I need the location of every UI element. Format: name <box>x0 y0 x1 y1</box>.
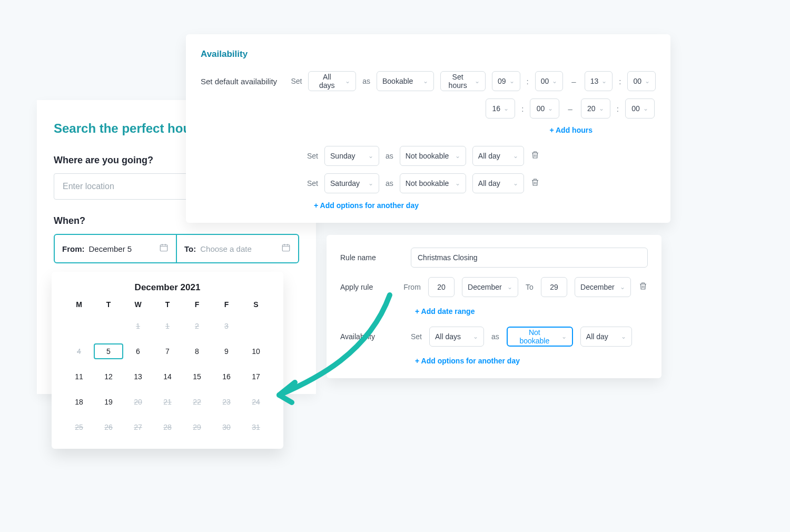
add-day-options-link[interactable]: + Add options for another day <box>415 357 520 365</box>
calendar-day <box>94 318 123 334</box>
calendar-grid: MTWTFFS112345678910111213141516171819202… <box>64 300 271 435</box>
add-day-options-link[interactable]: + Add options for another day <box>314 201 419 210</box>
day-select[interactable]: All days⌄ <box>308 71 356 91</box>
chevron-down-icon: ⌄ <box>475 77 480 85</box>
svg-rect-0 <box>160 245 167 251</box>
trash-icon[interactable] <box>638 281 648 293</box>
calendar-day[interactable]: 17 <box>241 369 271 385</box>
calendar-day[interactable]: 16 <box>212 369 241 385</box>
calendar-day: 2 <box>182 318 212 334</box>
chevron-down-icon: ⌄ <box>368 180 373 187</box>
calendar-day[interactable]: 6 <box>123 343 153 359</box>
min-from-select[interactable]: 00⌄ <box>530 98 559 119</box>
hour-to-select[interactable]: 20⌄ <box>581 98 610 119</box>
calendar-day[interactable]: 9 <box>212 343 241 359</box>
calendar-day[interactable]: 7 <box>153 343 182 359</box>
chevron-down-icon: ⌄ <box>509 77 515 85</box>
hour-to-select[interactable]: 13⌄ <box>585 71 613 91</box>
calendar-day: 22 <box>182 394 212 410</box>
calendar-day: 28 <box>153 419 182 435</box>
calendar-day[interactable]: 11 <box>64 369 94 385</box>
calendar-day: 26 <box>94 419 123 435</box>
mode-select[interactable]: All day⌄ <box>472 173 524 193</box>
mode-select[interactable]: All day⌄ <box>580 327 632 347</box>
calendar-day: 1 <box>123 318 153 334</box>
calendar-day: 1 <box>153 318 182 334</box>
calendar-popover: December 2021 MTWTFFS1123456789101112131… <box>52 272 283 449</box>
calendar-day[interactable]: 10 <box>241 343 271 359</box>
calendar-day: 4 <box>64 343 94 359</box>
availability-card: Availability Set default availability Se… <box>186 34 670 223</box>
chevron-down-icon: ⌄ <box>423 77 428 85</box>
from-month-select[interactable]: December⌄ <box>462 277 518 297</box>
chevron-down-icon: ⌄ <box>473 333 478 340</box>
calendar-day: 21 <box>153 394 182 410</box>
availability-row-sunday: Set Sunday⌄ as Not bookable⌄ All day⌄ <box>201 146 656 166</box>
chevron-down-icon: ⌄ <box>507 283 512 291</box>
calendar-dow: F <box>212 300 241 309</box>
calendar-day[interactable]: 19 <box>94 394 123 410</box>
calendar-day[interactable]: 13 <box>123 369 153 385</box>
min-from-select[interactable]: 00⌄ <box>535 71 564 91</box>
add-hours-link[interactable]: + Add hours <box>549 126 592 134</box>
to-month-select[interactable]: December⌄ <box>575 277 631 297</box>
chevron-down-icon: ⌄ <box>503 105 509 112</box>
calendar-day[interactable]: 18 <box>64 394 94 410</box>
mode-select[interactable]: Set hours⌄ <box>440 71 486 91</box>
day-select[interactable]: Sunday⌄ <box>324 146 379 166</box>
calendar-day[interactable]: 14 <box>153 369 182 385</box>
calendar-dow: T <box>94 300 123 309</box>
calendar-day <box>64 318 94 334</box>
to-date-cell[interactable]: To: Choose a date <box>176 235 298 262</box>
calendar-day: 20 <box>123 394 153 410</box>
calendar-day[interactable]: 8 <box>182 343 212 359</box>
from-date-cell[interactable]: From: December 5 <box>55 235 176 262</box>
chevron-down-icon: ⌄ <box>643 105 648 112</box>
calendar-day: 23 <box>212 394 241 410</box>
from-day-select[interactable]: 20 <box>428 277 455 297</box>
bookable-select[interactable]: Bookable⌄ <box>377 71 434 91</box>
calendar-dow: T <box>153 300 182 309</box>
hour-from-select[interactable]: 16⌄ <box>486 98 515 119</box>
calendar-day[interactable]: 12 <box>94 369 123 385</box>
chevron-down-icon: ⌄ <box>645 77 650 85</box>
to-key: To: <box>184 244 196 253</box>
hour-from-select[interactable]: 09⌄ <box>492 71 520 91</box>
chevron-down-icon: ⌄ <box>620 283 625 291</box>
min-to-select[interactable]: 00⌄ <box>625 98 655 119</box>
to-day-select[interactable]: 29 <box>541 277 567 297</box>
trash-icon[interactable] <box>530 150 540 162</box>
rule-card: Rule name Apply rule From 20 December⌄ T… <box>327 235 661 378</box>
calendar-day <box>241 318 271 334</box>
calendar-day: 29 <box>182 419 212 435</box>
bookable-select[interactable]: Not bookable⌄ <box>400 146 466 166</box>
bookable-select[interactable]: Not bookable⌄ <box>400 173 466 193</box>
rule-name-input[interactable] <box>411 248 648 268</box>
add-date-range-link[interactable]: + Add date range <box>415 307 475 316</box>
calendar-day[interactable]: 5 <box>94 343 123 359</box>
calendar-dow: W <box>123 300 153 309</box>
svg-rect-1 <box>282 245 290 251</box>
day-select[interactable]: Saturday⌄ <box>324 173 379 193</box>
calendar-day: 30 <box>212 419 241 435</box>
calendar-day[interactable]: 15 <box>182 369 212 385</box>
day-select[interactable]: All days⌄ <box>429 327 484 347</box>
calendar-day: 27 <box>123 419 153 435</box>
availability-row-default: Set default availability Set All days⌄ a… <box>201 71 656 91</box>
calendar-day: 3 <box>212 318 241 334</box>
calendar-dow: S <box>241 300 271 309</box>
bookable-select[interactable]: Not bookable⌄ <box>507 327 573 347</box>
mode-select[interactable]: All day⌄ <box>472 146 524 166</box>
availability-row-extra-hours: 16⌄ : 00⌄ – 20⌄ : 00⌄ <box>201 98 656 119</box>
trash-icon[interactable] <box>530 178 540 189</box>
chevron-down-icon: ⌄ <box>601 77 607 85</box>
chevron-down-icon: ⌄ <box>368 152 373 160</box>
chevron-down-icon: ⌄ <box>552 77 557 85</box>
from-value: December 5 <box>89 244 132 253</box>
as-word: as <box>362 77 370 85</box>
chevron-down-icon: ⌄ <box>548 105 553 112</box>
min-to-select[interactable]: 00⌄ <box>627 71 656 91</box>
calendar-icon <box>159 243 169 254</box>
chevron-down-icon: ⌄ <box>513 152 518 160</box>
chevron-down-icon: ⌄ <box>599 105 604 112</box>
